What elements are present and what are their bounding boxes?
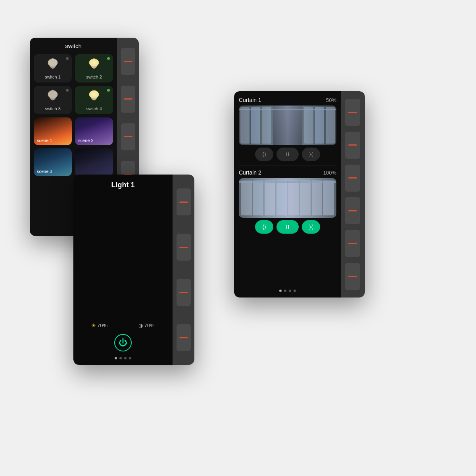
curtain2-close-btn[interactable]: ⟩⟨ bbox=[302, 220, 320, 234]
light-screen: Light 1 ☀ 70% bbox=[73, 175, 173, 365]
lamp3-icon bbox=[43, 90, 62, 104]
curtain1-open-btn[interactable]: ⟨⟩ bbox=[255, 148, 273, 161]
curtain1-percent: 50% bbox=[326, 97, 336, 103]
curtain-device: Curtain 1 50% bbox=[234, 91, 365, 298]
svg-point-9 bbox=[90, 91, 98, 98]
scene-item-4[interactable] bbox=[75, 148, 113, 176]
scene-item-3[interactable]: scene 3 bbox=[34, 148, 72, 176]
svg-point-4 bbox=[90, 60, 98, 66]
curtain2-open-btn[interactable]: ⟨⟩ bbox=[255, 220, 273, 234]
switch-item-1[interactable]: switch 1 bbox=[34, 54, 72, 83]
switch2-status-dot bbox=[107, 57, 110, 60]
scene-item-2[interactable]: scene 2 bbox=[75, 117, 113, 145]
scene3-label: scene 3 bbox=[37, 169, 52, 174]
curtain1-panel-right bbox=[302, 106, 336, 145]
switch3-label: switch 3 bbox=[45, 106, 61, 111]
curtain1-name: Curtain 1 bbox=[239, 97, 261, 103]
curtain1-rail bbox=[239, 109, 336, 110]
light-buttons-panel bbox=[173, 175, 194, 365]
switch-item-3[interactable]: switch 3 bbox=[34, 86, 72, 114]
switch-item-2[interactable]: switch 2 bbox=[75, 54, 113, 83]
colortemp-value: ◑ 70% bbox=[138, 322, 154, 328]
curtain1-center-gap bbox=[273, 106, 302, 145]
light-hw-button-4[interactable] bbox=[177, 324, 191, 351]
page-dot-4 bbox=[129, 357, 131, 359]
curtain2-fabric bbox=[239, 178, 336, 218]
light-hw-button-1[interactable] bbox=[177, 188, 191, 215]
brightness-value: ☀ 70% bbox=[91, 322, 107, 328]
curtain-dot-4 bbox=[294, 290, 296, 292]
curtain1-section: Curtain 1 50% bbox=[239, 97, 336, 161]
curtain-page-dots bbox=[239, 290, 336, 292]
svg-point-6 bbox=[48, 90, 58, 98]
curtain1-header: Curtain 1 50% bbox=[239, 97, 336, 103]
curtain-hw-button-6[interactable] bbox=[345, 263, 360, 290]
curtain-hw-button-4[interactable] bbox=[345, 197, 360, 224]
curtain2-name: Curtain 2 bbox=[239, 169, 261, 176]
curtain2-percent: 100% bbox=[323, 170, 336, 176]
curtain1-visual bbox=[239, 106, 336, 145]
curtain-hw-button-5[interactable] bbox=[345, 230, 360, 257]
scene3-row: scene 3 bbox=[34, 148, 113, 176]
light-page-dots bbox=[115, 357, 131, 359]
page-dot-2 bbox=[119, 357, 122, 359]
switch2-label: switch 2 bbox=[86, 75, 102, 79]
sliders-row: ☀ 70% ◑ 70% bbox=[79, 193, 167, 328]
curtain-dot-1 bbox=[279, 290, 282, 292]
switch-title: switch bbox=[34, 42, 113, 49]
switch-item-4[interactable]: switch 4 bbox=[75, 86, 113, 114]
contrast-icon: ◑ bbox=[138, 322, 143, 328]
curtain-dot-3 bbox=[289, 290, 291, 292]
switch1-label: switch 1 bbox=[45, 75, 61, 79]
curtain2-header: Curtain 2 100% bbox=[239, 169, 336, 176]
curtain-hw-button-2[interactable] bbox=[345, 132, 360, 159]
switch4-label: switch 4 bbox=[86, 106, 102, 111]
scene2-label: scene 2 bbox=[78, 138, 94, 143]
light-device: Light 1 ☀ 70% bbox=[73, 175, 194, 365]
lamp4-icon bbox=[84, 90, 104, 104]
curtain2-section: Curtain 2 100% bbox=[239, 169, 336, 234]
switch4-status-dot bbox=[107, 89, 110, 92]
curtain1-controls: ⟨⟩ ⏸ ⟩⟨ bbox=[239, 148, 336, 161]
power-button[interactable]: ⏻ bbox=[114, 334, 132, 351]
curtain1-pause-btn[interactable]: ⏸ bbox=[276, 148, 299, 161]
hw-button-1[interactable] bbox=[121, 48, 135, 75]
curtain-hw-button-1[interactable] bbox=[345, 99, 360, 126]
curtain1-panel-left bbox=[239, 106, 273, 145]
light-title: Light 1 bbox=[111, 181, 135, 189]
scene-item-1[interactable]: scene 1 bbox=[34, 117, 72, 145]
switch1-status-dot bbox=[66, 57, 69, 60]
curtain-screen: Curtain 1 50% bbox=[234, 91, 341, 298]
switch-grid: switch 1 bbox=[34, 54, 113, 114]
page-dot-3 bbox=[124, 357, 127, 359]
light-hw-button-3[interactable] bbox=[177, 279, 191, 306]
svg-point-0 bbox=[48, 59, 58, 67]
curtain2-pause-btn[interactable]: ⏸ bbox=[276, 220, 299, 234]
curtain1-close-btn[interactable]: ⟩⟨ bbox=[302, 148, 320, 161]
curtain-hw-button-3[interactable] bbox=[345, 165, 360, 192]
curtain2-visual bbox=[239, 178, 336, 218]
curtain-divider bbox=[239, 165, 336, 165]
page-dot-1 bbox=[115, 357, 117, 359]
scene1-label: scene 1 bbox=[37, 138, 52, 143]
lamp1-icon bbox=[43, 58, 62, 72]
curtain2-controls: ⟨⟩ ⏸ ⟩⟨ bbox=[239, 220, 336, 234]
lamp2-icon bbox=[84, 58, 104, 72]
light-hw-button-2[interactable] bbox=[177, 234, 191, 261]
hw-button-2[interactable] bbox=[121, 86, 135, 113]
sun-icon: ☀ bbox=[91, 322, 96, 328]
curtain-buttons-panel bbox=[341, 91, 365, 298]
scenes-grid: scene 1 scene 2 bbox=[34, 117, 113, 145]
hw-button-3[interactable] bbox=[121, 123, 135, 150]
curtain2-rail bbox=[239, 181, 336, 183]
power-icon: ⏻ bbox=[119, 338, 127, 348]
switch3-status-dot bbox=[66, 89, 69, 92]
svg-point-2 bbox=[50, 66, 56, 68]
curtain-dot-2 bbox=[284, 290, 286, 292]
